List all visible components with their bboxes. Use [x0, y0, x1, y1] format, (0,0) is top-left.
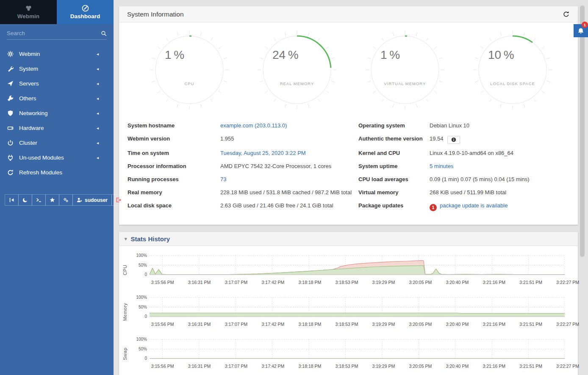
memory-history-yticks: 100%50%0 [131, 294, 150, 329]
gauge-cpu: 1 % CPU [150, 30, 229, 111]
swap-history-chart: Swap100%50%03:15:56 PM3:16:31 PM3:17:07 … [119, 336, 578, 371]
sidebar-item-un-used-modules[interactable]: Un-used Modules◂ [0, 150, 114, 165]
svg-text:1 %: 1 % [380, 48, 400, 61]
info-value-virtual-memory: 268 KiB used / 511.99 MiB total [430, 188, 569, 201]
memory-history-chart: Memory100%50%03:15:56 PM3:16:31 PM3:17:0… [119, 294, 578, 329]
favorites-button[interactable] [45, 194, 59, 206]
x-tick-label: 3:18:53 PM [336, 280, 358, 285]
info-value-running-processes: 73 [220, 175, 355, 188]
username-label: sudouser [85, 197, 108, 203]
user-plus-icon [77, 197, 82, 203]
refresh-icon[interactable] [563, 11, 570, 18]
x-tick-label: 3:17:07 PM [225, 280, 248, 285]
x-tick-label: 3:21:51 PM [519, 280, 542, 285]
sidebar-item-label: Refresh Modules [19, 169, 62, 176]
caret-left-icon: ◂ [94, 80, 101, 87]
sidebar-item-cluster[interactable]: Cluster◂ [0, 135, 114, 150]
info-text: 2.63 GiB used / 21.46 GiB free / 24.1 Gi… [220, 202, 333, 209]
x-tick-label: 3:18:18 PM [299, 280, 322, 285]
x-tick-label: 3:15:56 PM [151, 280, 174, 285]
x-tick-label: 3:21:51 PM [519, 364, 542, 369]
info-text: Linux 4.19.0-10-amd64 on x86_64 [430, 150, 513, 156]
x-tick-label: 3:16:31 PM [188, 280, 211, 285]
swap-history-axis-label: Swap [122, 347, 128, 360]
caret-left-icon: ◂ [94, 66, 101, 72]
scrollbar-thumb[interactable] [580, 6, 585, 257]
collapse-sidebar-button[interactable] [5, 194, 19, 206]
info-label-local-disk-space: Local disk space [128, 201, 217, 216]
x-tick-label: 3:18:53 PM [336, 364, 358, 369]
dashboard-icon [82, 5, 89, 12]
info-icon [451, 137, 456, 142]
svg-text:10 %: 10 % [488, 48, 514, 61]
info-label-authentic-theme-version: Authentic theme version [358, 135, 426, 149]
x-tick-label: 3:20:40 PM [446, 364, 469, 369]
sidebar-item-webmin[interactable]: Webmin◂ [0, 47, 114, 61]
info-link[interactable]: Tuesday, August 25, 2020 3:22 PM [220, 150, 306, 156]
sidebar-item-label: Un-used Modules [19, 154, 64, 161]
search-input[interactable] [7, 30, 101, 36]
logout-button[interactable] [111, 194, 125, 206]
info-value-real-memory: 228.18 MiB used / 531.8 MiB cached / 987… [220, 188, 355, 201]
swap-history-plot: 3:15:56 PM3:16:31 PM3:17:07 PM3:17:42 PM… [150, 336, 567, 371]
charts-container: CPU100%50%03:15:56 PM3:16:31 PM3:17:07 P… [119, 246, 578, 371]
info-text: Debian Linux 10 [430, 122, 469, 129]
main-content: System Information 1 % CPU 24 % REAL MEM… [114, 0, 588, 375]
cpu-history-yticks: 100%50%0 [131, 252, 150, 287]
tab-dashboard[interactable]: Dashboard [57, 0, 114, 24]
wrench-icon [7, 66, 14, 72]
x-tick-label: 3:20:05 PM [409, 322, 432, 327]
user-button[interactable]: sudouser [72, 194, 112, 206]
info-label-package-updates: Package updates [358, 201, 426, 216]
x-tick-label: 3:19:29 PM [372, 364, 395, 369]
stats-history-card: ▾ Stats History CPU100%50%03:15:56 PM3:1… [119, 232, 578, 375]
sidebar-item-hardware[interactable]: Hardware◂ [0, 121, 114, 135]
info-link[interactable]: 5 minutes [430, 163, 453, 169]
swap-history-xlabels: 3:15:56 PM3:16:31 PM3:17:07 PM3:17:42 PM… [150, 364, 567, 371]
terminal-button[interactable] [32, 194, 46, 206]
tools-icon [7, 95, 14, 102]
info-value-system-uptime: 5 minutes [430, 162, 569, 175]
info-label-processor-information: Processor information [128, 162, 217, 175]
x-tick-label: 3:17:42 PM [262, 364, 285, 369]
info-link[interactable]: example.com (203.0.113.0) [220, 122, 287, 129]
svg-text:REAL MEMORY: REAL MEMORY [280, 81, 314, 86]
gear-icon [7, 51, 14, 57]
x-tick-label: 3:19:29 PM [372, 322, 395, 327]
gears-icon [63, 197, 69, 203]
sidebar-item-others[interactable]: Others◂ [0, 91, 114, 106]
theme-info-button[interactable] [447, 136, 460, 144]
memory-history-plot: 3:15:56 PM3:16:31 PM3:17:07 PM3:17:42 PM… [150, 294, 567, 329]
theme-settings-button[interactable] [59, 194, 73, 206]
search-icon[interactable] [101, 30, 107, 36]
sidebar-item-networking[interactable]: Networking◂ [0, 106, 114, 121]
info-link[interactable]: package update is available [440, 202, 508, 209]
info-text: 228.18 MiB used / 531.8 MiB cached / 987… [220, 189, 352, 196]
tab-webmin-label: Webmin [17, 13, 39, 19]
sidebar-item-servers[interactable]: Servers◂ [0, 76, 114, 91]
x-tick-label: 3:18:18 PM [299, 364, 322, 369]
gauge-local-disk-space: 10 % LOCAL DISK SPACE [473, 30, 552, 111]
sidebar-item-refresh-modules[interactable]: Refresh Modules [0, 165, 114, 180]
svg-text:VIRTUAL MEMORY: VIRTUAL MEMORY [384, 81, 426, 86]
x-tick-label: 3:16:31 PM [188, 364, 211, 369]
x-tick-label: 3:15:56 PM [151, 322, 174, 327]
sidebar-item-system[interactable]: System◂ [0, 61, 114, 76]
power-icon [7, 140, 14, 146]
sidebar: Webmin Dashboard Webmin◂System◂Servers◂O… [0, 0, 114, 375]
x-tick-label: 3:22:27 PM [556, 364, 579, 369]
info-link[interactable]: 73 [220, 176, 226, 182]
stats-history-header[interactable]: ▾ Stats History [119, 232, 578, 246]
svg-text:CPU: CPU [184, 81, 194, 86]
info-value-package-updates: 1package update is available [430, 201, 569, 216]
cpu-history-xlabels: 3:15:56 PM3:16:31 PM3:17:07 PM3:17:42 PM… [150, 280, 567, 287]
notifications-button[interactable]: 1 [574, 24, 588, 37]
info-label-system-hostname: System hostname [128, 121, 217, 135]
x-tick-label: 3:20:05 PM [409, 364, 432, 369]
package-count-badge: 1 [430, 204, 437, 211]
info-text: 268 KiB used / 511.99 MiB total [430, 189, 506, 196]
tab-webmin[interactable]: Webmin [0, 0, 57, 24]
night-mode-button[interactable] [18, 194, 32, 206]
svg-text:24 %: 24 % [272, 48, 299, 61]
info-value-processor-information: AMD EPYC 7542 32-Core Processor, 1 cores [220, 162, 355, 175]
